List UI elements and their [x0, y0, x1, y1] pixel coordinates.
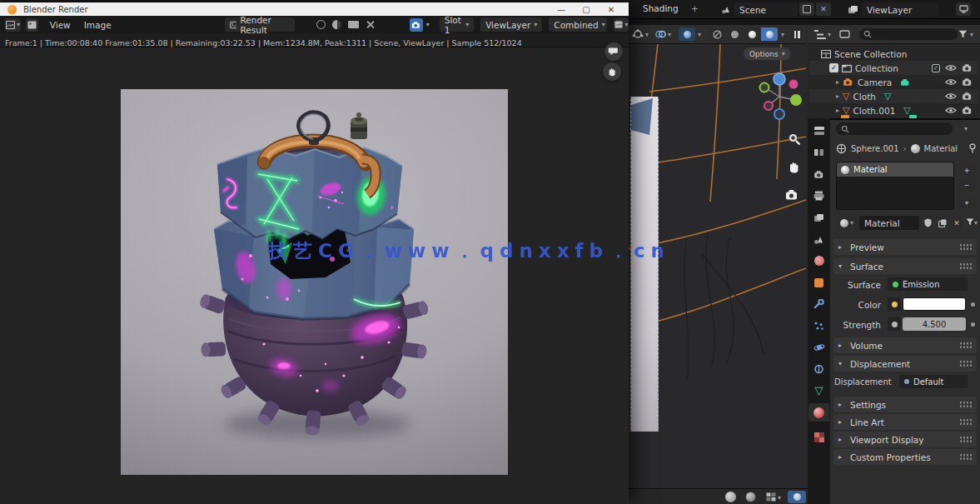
new-scene-button[interactable]: [799, 2, 814, 16]
tool-cross-icon[interactable]: [366, 20, 375, 29]
eye-icon[interactable]: [945, 64, 957, 72]
xray-toggle[interactable]: [679, 27, 695, 41]
panel-grip-icon[interactable]: [959, 342, 972, 349]
panel-grip-icon[interactable]: [959, 436, 972, 443]
material-name-field[interactable]: Material: [859, 216, 919, 230]
image-datablock-selector[interactable]: Render Result: [225, 17, 295, 32]
outliner-row-cloth[interactable]: ▸ ▽ Cloth ▽: [809, 89, 978, 103]
pin-icon[interactable]: [968, 142, 978, 154]
panel-grip-icon[interactable]: [959, 243, 972, 251]
shading-solid-button[interactable]: [726, 27, 743, 41]
camera-render-toggle-icon[interactable]: [962, 77, 973, 87]
tab-output[interactable]: [808, 187, 829, 205]
gizmos-toggle-icon[interactable]: [632, 29, 644, 39]
outliner-row-cloth-001[interactable]: ▸ ▽ Cloth.001 ▽: [809, 103, 978, 117]
tab-texture[interactable]: [808, 428, 829, 447]
panel-surface[interactable]: ▾ Surface: [833, 258, 977, 274]
panel-grip-icon[interactable]: [959, 262, 972, 270]
chevron-down-icon[interactable]: ▾: [645, 32, 649, 38]
keyframe-dot-icon[interactable]: [971, 322, 975, 327]
menu-view[interactable]: View: [50, 20, 71, 30]
properties-search-input[interactable]: [836, 122, 953, 135]
tab-physics[interactable]: [808, 338, 829, 357]
remove-slot-button[interactable]: －: [959, 178, 974, 192]
tab-object-data[interactable]: ▽: [808, 382, 829, 400]
maximize-button[interactable]: ▢: [574, 5, 599, 14]
channel-circle-icon[interactable]: [316, 20, 326, 29]
exclude-checkbox[interactable]: ✓: [932, 64, 940, 72]
disclosure-icon[interactable]: ▸: [836, 107, 839, 114]
browse-material-button[interactable]: ▾: [836, 216, 858, 230]
view-layer-selector[interactable]: ViewLayer ▾: [480, 17, 542, 32]
panel-displacement[interactable]: ▾ Displacement: [833, 356, 977, 372]
gizmo-z-axis[interactable]: [774, 73, 785, 85]
unlink-scene-button[interactable]: ✕: [816, 2, 831, 16]
menu-image[interactable]: Image: [84, 20, 112, 30]
material-slot-item[interactable]: Material: [837, 162, 953, 177]
camera-render-toggle-icon[interactable]: [962, 63, 973, 72]
unlink-material-button[interactable]: ✕: [951, 216, 963, 230]
add-workspace-button[interactable]: +: [691, 3, 699, 13]
shading-ball-button[interactable]: [788, 491, 806, 503]
panel-grip-icon[interactable]: [959, 401, 972, 408]
outliner-row-scene-collection[interactable]: Scene Collection: [809, 47, 978, 61]
minimize-button[interactable]: —: [549, 5, 574, 14]
eye-icon[interactable]: [945, 92, 957, 100]
gizmo-z-neg[interactable]: [774, 109, 784, 119]
pause-render-button[interactable]: [790, 27, 803, 41]
gizmo-y-neg[interactable]: [764, 102, 773, 110]
preview-sphere-icon[interactable]: [725, 492, 736, 502]
outliner-display-mode-icon[interactable]: [814, 30, 826, 39]
shading-material-button[interactable]: [744, 27, 760, 41]
tab-material[interactable]: [808, 403, 829, 422]
panel-grip-icon[interactable]: [959, 453, 972, 461]
chevron-down-icon[interactable]: ▾: [668, 32, 671, 38]
panel-grip-icon[interactable]: [959, 418, 972, 426]
panel-custom-properties[interactable]: ▸ Custom Properties: [833, 449, 977, 465]
pan-hand-icon[interactable]: [786, 160, 802, 175]
close-button[interactable]: ✕: [599, 5, 624, 14]
tab-world[interactable]: [808, 252, 829, 270]
strength-slider[interactable]: 4.500: [903, 317, 966, 331]
properties-options-icon[interactable]: ▾: [964, 126, 968, 132]
eye-icon[interactable]: [945, 107, 957, 114]
gizmo-x-axis[interactable]: [790, 94, 802, 106]
panel-viewport-display[interactable]: ▸ Viewport Display: [833, 432, 977, 447]
color-swatch[interactable]: [903, 297, 966, 311]
properties-editor-type-dropdown[interactable]: [808, 122, 829, 140]
new-material-button[interactable]: [936, 216, 949, 230]
panel-preview[interactable]: ▸ Preview: [833, 239, 977, 255]
panel-volume[interactable]: ▸ Volume: [833, 337, 977, 353]
disclosure-icon[interactable]: ▸: [836, 79, 839, 86]
filter-funnel-icon[interactable]: [958, 29, 968, 39]
eye-icon[interactable]: [945, 78, 957, 86]
tab-scene[interactable]: [808, 230, 829, 248]
tab-constraints[interactable]: [808, 360, 829, 378]
collection-checkbox[interactable]: ✓: [829, 63, 838, 72]
panel-line-art[interactable]: ▸ Line Art: [833, 414, 977, 430]
camera-view-icon[interactable]: [784, 188, 801, 202]
pan-hand-button[interactable]: [603, 62, 621, 81]
image-settings-button[interactable]: ▾: [614, 18, 629, 32]
channel-flat-icon[interactable]: [348, 21, 359, 28]
outliner-row-collection[interactable]: ✓ Collection ✓: [809, 61, 978, 75]
shading-wireframe-button[interactable]: [709, 27, 725, 41]
tab-render[interactable]: [808, 165, 829, 183]
viewport-options-dropdown[interactable]: Options ▾: [744, 47, 791, 60]
new-collection-icon[interactable]: [839, 29, 850, 39]
chevron-down-icon[interactable]: ▾: [828, 32, 831, 38]
panel-settings[interactable]: ▸ Settings: [833, 397, 977, 412]
gizmo-x-neg[interactable]: [760, 83, 769, 92]
breadcrumb-object[interactable]: Sphere.001: [851, 144, 899, 153]
editor-type-button[interactable]: ▾: [5, 18, 21, 32]
surface-shader-dropdown[interactable]: Emission: [888, 277, 968, 291]
navigation-gizmo[interactable]: [754, 68, 805, 120]
tab-view-layer[interactable]: [808, 208, 829, 227]
tab-tool[interactable]: [808, 143, 829, 162]
view-layer-selector[interactable]: ViewLayer: [862, 2, 938, 17]
gizmo-y-axis[interactable]: [789, 80, 798, 89]
camera-render-toggle-icon[interactable]: [962, 92, 973, 101]
image-pin-button[interactable]: [26, 18, 38, 32]
add-slot-button[interactable]: ＋: [959, 163, 974, 177]
workspace-tab-shading[interactable]: Shading: [643, 3, 679, 13]
